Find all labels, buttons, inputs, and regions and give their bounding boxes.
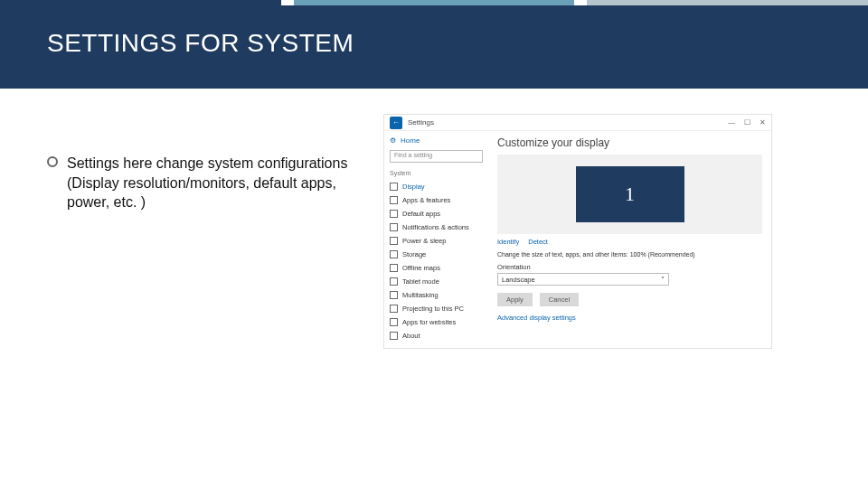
apply-button[interactable]: Apply (497, 293, 533, 306)
window-title: Settings (408, 118, 434, 127)
nav-icon (390, 237, 398, 245)
nav-icon (390, 291, 398, 299)
sidebar-item-display[interactable]: Display (390, 180, 483, 193)
accent-bar (0, 0, 868, 5)
chevron-down-icon: ˅ (661, 276, 665, 284)
sidebar-item-multitasking[interactable]: Multitasking (390, 288, 483, 302)
sidebar-item-apps-for-websites[interactable]: Apps for websites (390, 315, 483, 329)
sidebar-item-notifications-actions[interactable]: Notifications & actions (390, 221, 483, 234)
sidebar-item-label: Multitasking (402, 291, 439, 299)
orientation-value: Landscape (502, 276, 535, 284)
scale-text: Change the size of text, apps, and other… (497, 251, 762, 258)
sidebar-item-offline-maps[interactable]: Offline maps (390, 261, 483, 275)
bullet-main: Settings here change system configuratio… (67, 154, 347, 174)
sidebar-home-label: Home (401, 136, 420, 145)
sidebar-item-label: About (402, 332, 420, 340)
nav-icon (390, 250, 398, 258)
settings-window: ← Settings — ☐ ✕ ⚙ Home Find a setting S… (383, 114, 772, 349)
identify-link[interactable]: Identify (497, 238, 519, 246)
content-heading: Customize your display (497, 136, 762, 149)
slide-title: SETTINGS FOR SYSTEM (47, 29, 868, 58)
sidebar-item-power-sleep[interactable]: Power & sleep (390, 234, 483, 248)
sidebar-home[interactable]: ⚙ Home (390, 136, 483, 145)
orientation-select[interactable]: Landscape ˅ (497, 273, 669, 286)
nav-icon (390, 332, 398, 340)
nav-icon (390, 264, 398, 272)
sidebar-item-label: Apps & features (402, 196, 450, 204)
sidebar-item-label: Display (402, 183, 425, 191)
monitor-1[interactable]: 1 (576, 166, 684, 222)
back-button[interactable]: ← (390, 117, 402, 129)
orientation-label: Orientation (497, 263, 762, 271)
nav-icon (390, 196, 398, 204)
nav-icon (390, 183, 398, 191)
window-close-button[interactable]: ✕ (760, 118, 766, 127)
title-band: SETTINGS FOR SYSTEM (0, 5, 868, 89)
sidebar-item-label: Projecting to this PC (402, 305, 464, 313)
sidebar: ⚙ Home Find a setting System DisplayApps… (384, 131, 488, 348)
sidebar-item-storage[interactable]: Storage (390, 248, 483, 261)
sidebar-item-default-apps[interactable]: Default apps (390, 207, 483, 221)
nav-icon (390, 223, 398, 231)
nav-icon (390, 305, 398, 313)
sidebar-item-about[interactable]: About (390, 329, 483, 343)
cancel-button[interactable]: Cancel (540, 293, 579, 306)
sidebar-item-label: Notifications & actions (402, 223, 469, 231)
content-pane: Customize your display 1 Identify Detect… (488, 131, 771, 348)
sidebar-item-projecting-to-this-pc[interactable]: Projecting to this PC (390, 302, 483, 315)
sidebar-item-label: Default apps (402, 210, 440, 218)
display-preview: 1 (497, 155, 762, 234)
advanced-link[interactable]: Advanced display settings (497, 314, 762, 322)
sidebar-category: System (390, 170, 483, 176)
sidebar-item-label: Storage (402, 250, 426, 258)
sidebar-item-label: Power & sleep (402, 237, 446, 245)
sidebar-item-label: Offline maps (402, 264, 440, 272)
window-minimize-button[interactable]: — (728, 118, 735, 127)
nav-icon (390, 318, 398, 326)
slide-text-block: Settings here change system configuratio… (47, 114, 373, 349)
nav-icon (390, 210, 398, 218)
sidebar-item-tablet-mode[interactable]: Tablet mode (390, 275, 483, 288)
sidebar-item-label: Tablet mode (402, 277, 439, 286)
nav-icon (390, 277, 398, 286)
gear-icon: ⚙ (390, 136, 396, 145)
search-input[interactable]: Find a setting (390, 150, 483, 163)
window-titlebar: ← Settings — ☐ ✕ (384, 115, 771, 131)
sidebar-item-apps-features[interactable]: Apps & features (390, 193, 483, 207)
sidebar-item-label: Apps for websites (402, 318, 456, 326)
bullet-sub: (Display resolution/monitors, default ap… (67, 174, 373, 212)
window-maximize-button[interactable]: ☐ (744, 118, 750, 127)
detect-link[interactable]: Detect (528, 238, 548, 246)
bullet-icon (47, 156, 58, 167)
